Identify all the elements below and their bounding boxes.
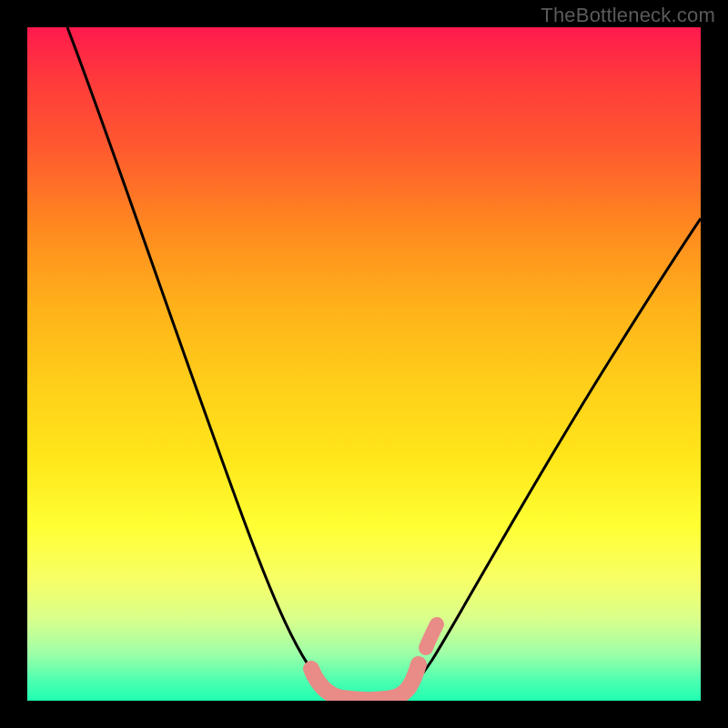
bottleneck-curve xyxy=(67,27,701,698)
valley-highlight xyxy=(311,664,419,700)
plot-area xyxy=(27,27,701,701)
curve-layer xyxy=(27,27,701,701)
watermark-text: TheBottleneck.com xyxy=(541,4,715,27)
chart-frame: TheBottleneck.com xyxy=(0,0,728,728)
valley-highlight-right xyxy=(426,624,437,648)
